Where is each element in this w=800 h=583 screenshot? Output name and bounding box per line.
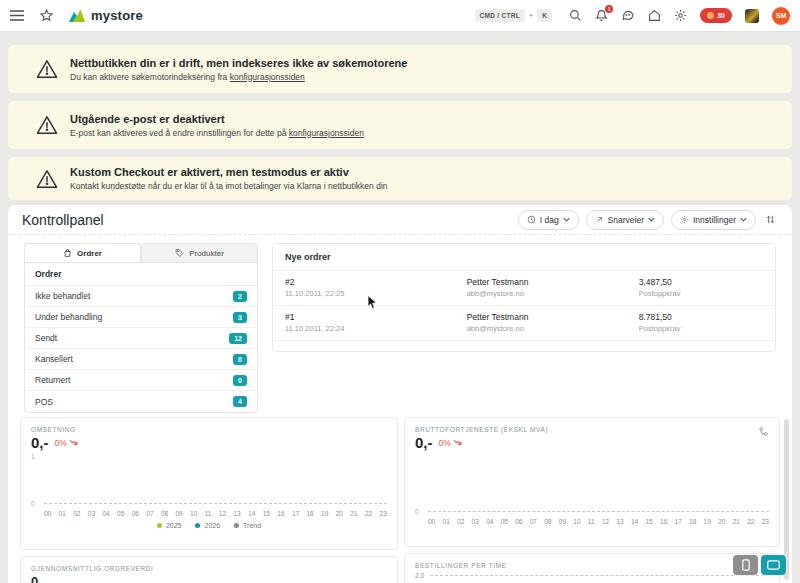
alert-outgoing-email: Utgående e-post er deaktivert E-post kan… bbox=[8, 101, 792, 149]
warning-triangle-icon bbox=[24, 169, 70, 189]
metric-change: 0% bbox=[55, 438, 78, 448]
favorite-star-icon[interactable] bbox=[40, 9, 53, 22]
order-id: #1 bbox=[285, 312, 467, 322]
order-status-row-pos[interactable]: POS 4 bbox=[25, 391, 257, 412]
x-tick-label: 06 bbox=[132, 510, 139, 517]
x-tick-label: 03 bbox=[88, 510, 95, 517]
x-tick-label: 10 bbox=[190, 510, 197, 517]
claps-counter-pill[interactable]: 30 bbox=[700, 8, 732, 23]
dashboard-settings-label: Innstillinger bbox=[693, 215, 736, 225]
order-status-row-sent[interactable]: Sendt 12 bbox=[25, 328, 257, 349]
new-order-row[interactable]: #1 11.10.2011, 22:24 Petter Testmann abb… bbox=[273, 306, 775, 341]
user-avatar[interactable]: SM bbox=[772, 7, 790, 25]
order-status-count: 4 bbox=[233, 396, 247, 407]
order-status-row-unprocessed[interactable]: Ikke behandlet 2 bbox=[25, 286, 257, 307]
order-status-row-cancelled[interactable]: Kansellert 0 bbox=[25, 349, 257, 370]
search-icon[interactable] bbox=[569, 9, 582, 22]
desktop-preview-button[interactable] bbox=[761, 555, 786, 575]
order-amount-cell: 3.487,50 Postoppkrav bbox=[639, 277, 763, 298]
x-tick-label: 15 bbox=[263, 510, 270, 517]
compare-icon[interactable] bbox=[758, 426, 769, 437]
mystore-logo[interactable]: mystore bbox=[69, 8, 143, 23]
x-tick-label: 05 bbox=[117, 510, 124, 517]
x-tick-label: 08 bbox=[161, 510, 168, 517]
x-tick-label: 18 bbox=[689, 518, 696, 525]
screen: mystore CMD / CTRL + K 1 bbox=[0, 0, 800, 583]
order-status-label: Returnert bbox=[35, 375, 70, 385]
clock-icon bbox=[527, 215, 536, 224]
y-tick-label: 0 bbox=[415, 508, 419, 515]
trend-down-icon bbox=[453, 439, 462, 446]
x-tick-label: 14 bbox=[631, 518, 638, 525]
gear-icon bbox=[680, 215, 689, 224]
shortcuts-label: Snarveier bbox=[608, 215, 644, 225]
average-order-value-card: GJENNOMSNITTLIG ORDREVERDI 0 bbox=[20, 556, 398, 583]
x-tick-label: 19 bbox=[321, 510, 328, 517]
x-tick-label: 12 bbox=[219, 510, 226, 517]
dashboard-settings-button[interactable]: Innstillinger bbox=[671, 210, 756, 230]
claps-icon bbox=[707, 12, 714, 19]
top-bar: mystore CMD / CTRL + K 1 bbox=[0, 0, 800, 32]
support-chat-icon[interactable] bbox=[621, 9, 635, 22]
tab-products-label: Produkter bbox=[189, 249, 224, 258]
product-tag-icon bbox=[175, 248, 184, 258]
x-tick-label: 01 bbox=[59, 510, 66, 517]
tab-products[interactable]: Produkter bbox=[141, 243, 258, 263]
alert-text-body: Du kan aktivere søkemotorindeksering fra bbox=[70, 72, 230, 82]
order-date: 11.10.2011, 22:24 bbox=[285, 324, 467, 333]
x-tick-label: 21 bbox=[733, 518, 740, 525]
configuration-page-link[interactable]: konfigurasjonssiden bbox=[230, 72, 305, 82]
x-tick-label: 13 bbox=[233, 510, 240, 517]
mobile-preview-button[interactable] bbox=[733, 555, 758, 575]
top-bar-right: CMD / CTRL + K 1 30 bbox=[475, 7, 790, 25]
chart-title: BRUTTOFORTJENESTE (EKSKL MVA) bbox=[405, 418, 779, 433]
x-tick-label: 01 bbox=[443, 518, 450, 525]
x-tick-label: 07 bbox=[146, 510, 153, 517]
home-icon[interactable] bbox=[648, 9, 661, 22]
revenue-chart-card: OMSETNING 0,- 0% 1 0 0001020304050607080… bbox=[20, 417, 398, 550]
chevron-down-icon bbox=[648, 217, 655, 222]
payment-method: Postoppkrav bbox=[639, 324, 763, 333]
x-tick-label: 04 bbox=[102, 510, 109, 517]
x-tick-label: 05 bbox=[501, 518, 508, 525]
shortcuts-button[interactable]: Snarveier bbox=[586, 210, 664, 230]
settings-gear-icon[interactable] bbox=[674, 9, 687, 22]
change-percent: 0% bbox=[439, 438, 451, 448]
order-status-label: Sendt bbox=[35, 333, 57, 343]
line-chart-plot: 1 0 000102030405060708091011121314151617… bbox=[31, 453, 389, 519]
warning-triangle-icon bbox=[24, 115, 70, 135]
order-status-row-processing[interactable]: Under behandling 3 bbox=[25, 307, 257, 328]
x-tick-label: 20 bbox=[336, 510, 343, 517]
order-customer-cell: Petter Testmann abb@mystore.no bbox=[467, 277, 639, 298]
y-tick-label: 2.0 bbox=[415, 572, 424, 579]
customer-email: abb@mystore.no bbox=[467, 324, 639, 333]
order-status-count: 0 bbox=[233, 354, 247, 365]
reorder-widgets-button[interactable] bbox=[763, 214, 778, 225]
x-tick-label: 08 bbox=[544, 518, 551, 525]
x-tick-label: 00 bbox=[44, 510, 51, 517]
order-amount-cell: 8.781,50 Postoppkrav bbox=[639, 312, 763, 333]
x-tick-label: 23 bbox=[380, 510, 387, 517]
claps-count: 30 bbox=[717, 12, 725, 19]
alert-text: Kontakt kundestøtte når du er klar til å… bbox=[70, 181, 388, 191]
x-tick-label: 04 bbox=[486, 518, 493, 525]
legend-item: 2026 bbox=[195, 522, 220, 529]
configuration-page-link[interactable]: konfigurasjonssiden bbox=[289, 128, 364, 138]
order-amount: 3.487,50 bbox=[639, 277, 763, 287]
external-link-icon bbox=[595, 215, 604, 224]
y-tick-label: 1 bbox=[31, 453, 35, 460]
tab-orders[interactable]: Ordrer bbox=[24, 243, 141, 263]
kbd-plus: + bbox=[529, 12, 533, 19]
order-customer-cell: Petter Testmann abb@mystore.no bbox=[467, 312, 639, 333]
date-range-button[interactable]: I dag bbox=[518, 210, 579, 230]
store-thumbnail-image[interactable] bbox=[745, 9, 759, 23]
hamburger-menu-icon[interactable] bbox=[10, 10, 24, 21]
alert-content: Kustom Checkout er aktivert, men testmod… bbox=[70, 166, 388, 191]
chevron-down-icon bbox=[563, 217, 570, 222]
notifications-bell-icon[interactable]: 1 bbox=[595, 9, 608, 22]
chart-title: GJENNOMSNITTLIG ORDREVERDI bbox=[31, 565, 387, 572]
order-status-label: Under behandling bbox=[35, 312, 102, 322]
order-amount: 8.781,50 bbox=[639, 312, 763, 322]
order-status-row-returned[interactable]: Returnert 0 bbox=[25, 370, 257, 391]
new-order-row[interactable]: #2 11.10.2011, 22:25 Petter Testmann abb… bbox=[273, 271, 775, 306]
